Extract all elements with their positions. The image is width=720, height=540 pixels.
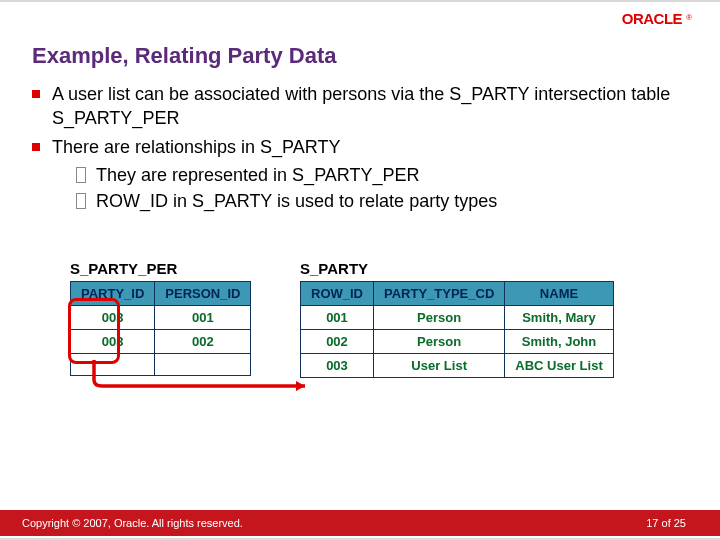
slide-footer: Copyright © 2007, Oracle. All rights res… [0,510,720,536]
page-number: 17 of 25 [646,517,686,529]
square-bullet-icon [32,90,40,98]
slide-title: Example, Relating Party Data [32,43,336,69]
bullet-text: ROW_ID in S_PARTY is used to relate part… [96,189,497,213]
col-header: NAME [505,282,613,306]
col-header: ROW_ID [301,282,374,306]
copyright-text: Copyright © 2007, Oracle. All rights res… [22,517,243,529]
table-row: 002PersonSmith, John [301,330,614,354]
table-row: 001PersonSmith, Mary [301,306,614,330]
hollow-bullet-icon [76,167,86,183]
s-party-table: ROW_ID PARTY_TYPE_CD NAME 001PersonSmith… [300,281,614,378]
bullet-text: A user list can be associated with perso… [52,82,688,131]
table-row: 003001 [71,306,251,330]
bullet-level2: ROW_ID in S_PARTY is used to relate part… [76,189,688,213]
oracle-logo: ORACLE ® [622,10,692,27]
table-right-block: S_PARTY ROW_ID PARTY_TYPE_CD NAME 001Per… [300,260,614,378]
table-label: S_PARTY [300,260,614,277]
bullet-level2: They are represented in S_PARTY_PER [76,163,688,187]
square-bullet-icon [32,143,40,151]
col-header: PERSON_ID [155,282,251,306]
bullet-text: There are relationships in S_PARTY [52,135,340,159]
table-label: S_PARTY_PER [70,260,251,277]
table-left-block: S_PARTY_PER PARTY_ID PERSON_ID 003001 00… [70,260,251,376]
table-row: 003User ListABC User List [301,354,614,378]
bullet-level1: A user list can be associated with perso… [32,82,688,131]
bullet-level1: There are relationships in S_PARTY [32,135,688,159]
logo-dot-icon: ® [686,13,692,22]
table-row: 003002 [71,330,251,354]
bullet-text: They are represented in S_PARTY_PER [96,163,420,187]
col-header: PARTY_TYPE_CD [374,282,505,306]
logo-text: ORACLE [622,10,682,27]
s-party-per-table: PARTY_ID PERSON_ID 003001 003002 [70,281,251,376]
col-header: PARTY_ID [71,282,155,306]
hollow-bullet-icon [76,193,86,209]
table-row [71,354,251,376]
slide-body: A user list can be associated with perso… [32,82,688,215]
